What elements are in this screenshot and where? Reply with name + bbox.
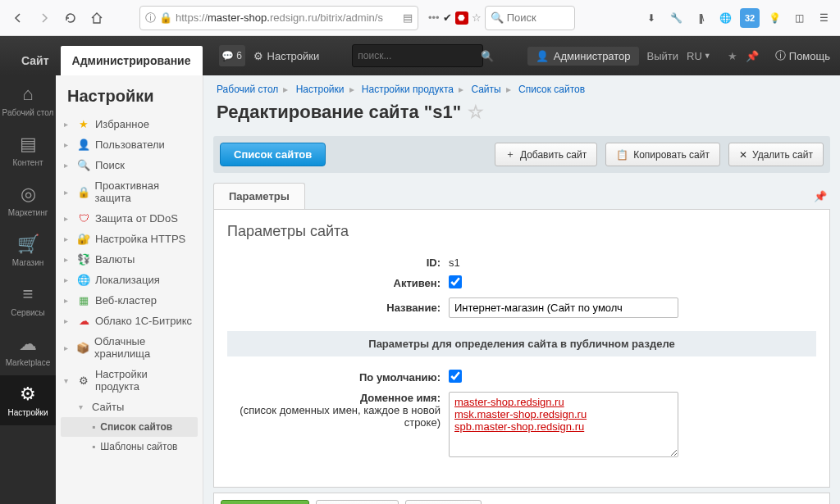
lang-button[interactable]: RU▼ (687, 50, 711, 62)
rail-desktop[interactable]: ⌂Рабочий стол (0, 75, 56, 125)
rail-marketplace[interactable]: ☁Marketplace (0, 325, 56, 375)
panel-title: Параметры сайта (227, 223, 816, 240)
tree-sites[interactable]: ▾Сайты (61, 397, 198, 417)
info-icon[interactable]: ⓘ (145, 11, 156, 25)
name-input[interactable] (449, 297, 678, 318)
chat-button[interactable]: 💬6 (219, 45, 245, 66)
page-action-icon[interactable]: ▤ (403, 11, 413, 24)
pocket-icon[interactable]: ✔ (443, 11, 452, 24)
url-text: https://master-shop.redsign.ru/bitrix/ad… (176, 11, 399, 24)
cloud-icon: ☁ (77, 315, 90, 327)
star-icon: ★ (77, 118, 90, 130)
bulb-icon[interactable]: 💡 (765, 8, 784, 28)
user-icon: 👤 (536, 50, 549, 62)
admin-search[interactable]: 🔍 (352, 44, 483, 67)
storage-icon: 📦 (76, 342, 89, 354)
cancel-button[interactable]: Отменить (405, 500, 482, 504)
gear-icon: ⚙ (253, 50, 263, 62)
star-icon[interactable]: ★ (728, 50, 737, 62)
breadcrumb-item[interactable]: Настройки продукта (362, 84, 454, 95)
gear-icon: ⚙ (20, 384, 36, 405)
globe-icon: 🌐 (77, 274, 90, 286)
cart-icon: 🛒 (17, 234, 39, 255)
copy-icon: 📋 (616, 149, 628, 161)
tree-users[interactable]: ▸👤Пользователи (61, 134, 198, 155)
copy-button[interactable]: 📋Копировать сайт (605, 143, 720, 166)
bookmark-star-icon[interactable]: ☆ (472, 11, 482, 24)
panel: Параметры сайта ID: s1 Активен: Название… (213, 209, 830, 488)
dev-icon[interactable]: 🔧 (666, 8, 686, 28)
tree-cloud1c[interactable]: ▸☁Облако 1С-Битрикс (61, 311, 198, 331)
tree-ddos[interactable]: ▸🛡Защита от DDoS (61, 208, 198, 229)
apply-button[interactable]: Применить (316, 500, 399, 504)
tab-site[interactable]: Сайт (10, 46, 61, 75)
save-button[interactable]: Сохранить (221, 500, 309, 504)
settings-button[interactable]: ⚙Настройки (253, 50, 320, 62)
ext-badge-icon[interactable]: 32 (740, 8, 760, 28)
lock-icon: 🔒 (77, 186, 90, 198)
tree-templates[interactable]: ▪Шаблоны сайтов (61, 437, 198, 456)
add-button[interactable]: ＋Добавить сайт (495, 143, 597, 166)
favorite-star-icon[interactable]: ☆ (468, 102, 484, 123)
tree-currency[interactable]: ▸💱Валюты (61, 249, 198, 270)
main-content: Рабочий стол▸ Настройки▸ Настройки проду… (203, 75, 840, 504)
url-bar[interactable]: ⓘ 🔒 https://master-shop.redsign.ru/bitri… (139, 6, 418, 30)
breadcrumb-item[interactable]: Настройки (296, 84, 345, 95)
delete-button[interactable]: ✕Удалить сайт (728, 143, 824, 166)
rail-settings[interactable]: ⚙Настройки (0, 375, 56, 425)
downloads-icon[interactable]: ⬇ (641, 8, 661, 28)
info-icon: ⓘ (775, 48, 786, 63)
menu-icon[interactable]: ☰ (814, 8, 833, 28)
logout-button[interactable]: Выйти (647, 50, 679, 62)
tree-proactive[interactable]: ▸🔒Проактивная защита (61, 175, 198, 208)
search-icon: 🔍 (491, 11, 504, 24)
browser-search-input[interactable] (507, 11, 569, 24)
tab-admin[interactable]: Администрирование (61, 46, 203, 75)
breadcrumb-item[interactable]: Список сайтов (518, 84, 585, 95)
reload-button[interactable] (59, 7, 82, 30)
tab-params[interactable]: Параметры (213, 183, 305, 209)
rail-content[interactable]: ▤Контент (0, 125, 56, 175)
sidebar-toggle-icon[interactable]: ◫ (789, 8, 809, 28)
default-checkbox[interactable] (449, 370, 462, 383)
id-value: s1 (449, 257, 460, 269)
globe-icon[interactable]: 🌐 (715, 8, 735, 28)
tree-search[interactable]: ▸🔍Поиск (61, 155, 198, 175)
browser-search-bar[interactable]: 🔍 (485, 6, 575, 30)
tree-https[interactable]: ▸🔐Настройка HTTPS (61, 229, 198, 249)
plus-icon: ＋ (505, 148, 515, 161)
default-label: По умолчанию: (227, 371, 449, 384)
forward-button[interactable] (33, 7, 56, 30)
tree-cluster[interactable]: ▸▦Веб-кластер (61, 290, 198, 311)
user-menu[interactable]: 👤Администратор (527, 47, 639, 66)
breadcrumb-item[interactable]: Рабочий стол (217, 84, 278, 95)
search-icon[interactable]: 🔍 (481, 50, 494, 62)
id-label: ID: (227, 257, 449, 269)
rail-store[interactable]: 🛒Магазин (0, 225, 56, 275)
page-title: Редактирование сайта "s1" ☆ (203, 98, 840, 133)
pin-icon[interactable]: 📌 (814, 190, 827, 202)
more-icon[interactable]: ••• (428, 11, 440, 24)
chat-icon: 💬 (221, 50, 234, 61)
tree-locale[interactable]: ▸🌐Локализация (61, 270, 198, 290)
library-icon[interactable]: |||\ (691, 8, 710, 28)
tree-favorites[interactable]: ▸★Избранное (61, 114, 198, 134)
help-button[interactable]: ⓘПомощь (775, 48, 830, 63)
tree-product[interactable]: ▾⚙Настройки продукта (61, 364, 198, 397)
pin-icon[interactable]: 📌 (746, 50, 759, 62)
domain-textarea[interactable] (449, 392, 678, 457)
back-button[interactable] (7, 7, 30, 30)
ublock-icon[interactable]: ⬣ (455, 11, 468, 25)
gear-icon: ⚙ (77, 375, 90, 387)
breadcrumb-item[interactable]: Сайты (471, 84, 500, 95)
admin-search-input[interactable] (358, 50, 481, 61)
active-checkbox[interactable] (449, 275, 462, 288)
home-button[interactable] (85, 7, 108, 30)
tree-cloudstorage[interactable]: ▸📦Облачные хранилища (61, 331, 198, 364)
rail-services[interactable]: ≡Сервисы (0, 275, 56, 325)
rail-marketing[interactable]: ◎Маркетинг (0, 175, 56, 225)
tree-sitelist[interactable]: ▪Список сайтов (61, 417, 198, 437)
currency-icon: 💱 (77, 253, 90, 266)
list-button[interactable]: Список сайтов (220, 143, 326, 166)
shield-icon: 🛡 (77, 212, 90, 225)
